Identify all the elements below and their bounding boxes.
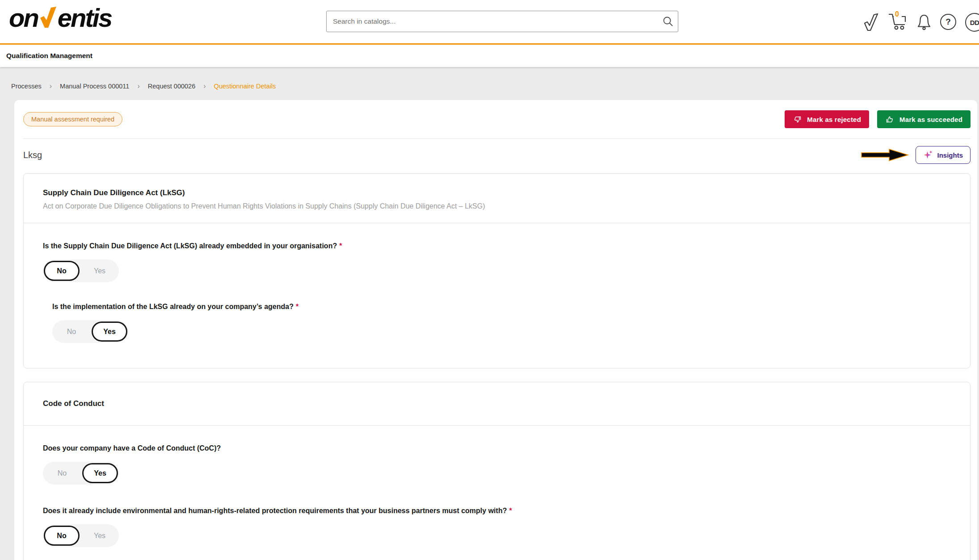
succeed-button-label: Mark as succeeded	[899, 116, 962, 123]
questionnaire-details-page: on entis	[0, 0, 979, 560]
card-title: Code of Conduct	[43, 399, 951, 408]
toggle-option-yes[interactable]: Yes	[80, 524, 119, 547]
card-header: Supply Chain Due Diligence Act (LkSG) Ac…	[24, 174, 970, 223]
toggle-option-no[interactable]: No	[44, 526, 80, 546]
question-block: Is the implementation of the LkSG alread…	[52, 303, 951, 343]
insights-button[interactable]: Insights	[916, 146, 971, 164]
reject-button-label: Mark as rejected	[807, 116, 861, 123]
toggle-option-yes[interactable]: Yes	[82, 463, 118, 483]
chevron-right-icon: ›	[137, 82, 139, 90]
logo-text-suffix: entis	[58, 4, 111, 32]
breadcrumb-processes[interactable]: Processes	[11, 83, 42, 90]
questionnaire-title-row: Lksg	[23, 146, 971, 164]
required-asterisk: *	[509, 507, 512, 514]
onventis-check-icon[interactable]	[862, 12, 881, 33]
question-block: Does your company have a Code of Conduct…	[43, 444, 951, 485]
question-text: Is the Supply Chain Due Diligence Act (L…	[43, 242, 951, 250]
breadcrumb: Processes › Manual Process 000011 › Requ…	[0, 67, 979, 90]
card-body: Is the Supply Chain Due Diligence Act (L…	[24, 223, 970, 368]
question-block: Is the Supply Chain Due Diligence Act (L…	[43, 242, 951, 282]
question-text: Does your company have a Code of Conduct…	[43, 444, 951, 452]
cart-count-badge: 0	[895, 10, 899, 18]
page-title: Lksg	[23, 150, 42, 160]
module-title: Qualification Management	[6, 52, 92, 59]
cart-icon[interactable]: 0	[887, 12, 908, 32]
insights-area: Insights	[861, 146, 971, 164]
toggle-option-no[interactable]: No	[43, 462, 81, 485]
chevron-right-icon: ›	[203, 82, 206, 90]
help-glyph: ?	[945, 17, 951, 27]
annotation-arrow-icon	[861, 148, 910, 162]
thumbs-down-icon	[793, 115, 802, 124]
status-toolbar: Manual assessment required Mark as rejec…	[23, 110, 971, 128]
card-subtitle: Act on Corporate Due Diligence Obligatio…	[43, 202, 951, 210]
question-group-card-lksg: Supply Chain Due Diligence Act (LkSG) Ac…	[23, 173, 971, 368]
logo-check-icon	[39, 4, 57, 29]
toggle-option-yes[interactable]: Yes	[92, 322, 127, 342]
search-input[interactable]	[326, 11, 678, 32]
yes-no-toggle: No Yes	[43, 462, 119, 485]
insights-button-label: Insights	[937, 151, 963, 159]
main-panel: Manual assessment required Mark as rejec…	[14, 100, 977, 560]
module-nav-bar: Qualification Management	[0, 45, 979, 67]
breadcrumb-manual-process[interactable]: Manual Process 000011	[60, 83, 129, 90]
assessment-actions: Mark as rejected Mark as succeeded	[785, 110, 971, 128]
card-body: Does your company have a Code of Conduct…	[24, 425, 970, 560]
chevron-right-icon: ›	[50, 82, 52, 90]
yes-no-toggle: No Yes	[52, 320, 128, 343]
toggle-option-no[interactable]: No	[44, 261, 80, 281]
toolbar-divider	[23, 138, 971, 139]
help-icon[interactable]: ?	[940, 14, 956, 30]
app-header: on entis	[0, 0, 979, 45]
question-block: Does it already include environmental an…	[43, 507, 951, 547]
toggle-option-no[interactable]: No	[52, 320, 91, 343]
onventis-logo[interactable]: on entis	[9, 4, 111, 32]
required-asterisk: *	[296, 303, 298, 310]
catalog-search	[326, 11, 678, 32]
yes-no-toggle: No Yes	[43, 259, 119, 282]
question-text: Does it already include environmental an…	[43, 507, 951, 515]
card-title: Supply Chain Due Diligence Act (LkSG)	[43, 188, 951, 197]
question-group-card-coc: Code of Conduct Does your company have a…	[23, 382, 971, 560]
card-header: Code of Conduct	[24, 382, 970, 425]
avatar[interactable]: DD	[965, 13, 979, 32]
notifications-bell-icon[interactable]	[916, 13, 932, 31]
status-badge: Manual assessment required	[23, 112, 122, 126]
logo-text-prefix: on	[9, 4, 38, 32]
yes-no-toggle: No Yes	[43, 524, 119, 547]
mark-as-rejected-button[interactable]: Mark as rejected	[785, 110, 869, 128]
toggle-option-yes[interactable]: Yes	[80, 259, 119, 282]
sparkle-icon	[923, 150, 933, 160]
avatar-initials: DD	[970, 19, 979, 26]
thumbs-up-icon	[885, 115, 895, 124]
question-text: Is the implementation of the LkSG alread…	[52, 303, 951, 311]
mark-as-succeeded-button[interactable]: Mark as succeeded	[877, 110, 971, 128]
breadcrumb-questionnaire-details: Questionnaire Details	[214, 83, 276, 90]
required-asterisk: *	[339, 242, 342, 250]
breadcrumb-request[interactable]: Request 000026	[148, 83, 195, 90]
search-icon[interactable]	[662, 16, 674, 27]
